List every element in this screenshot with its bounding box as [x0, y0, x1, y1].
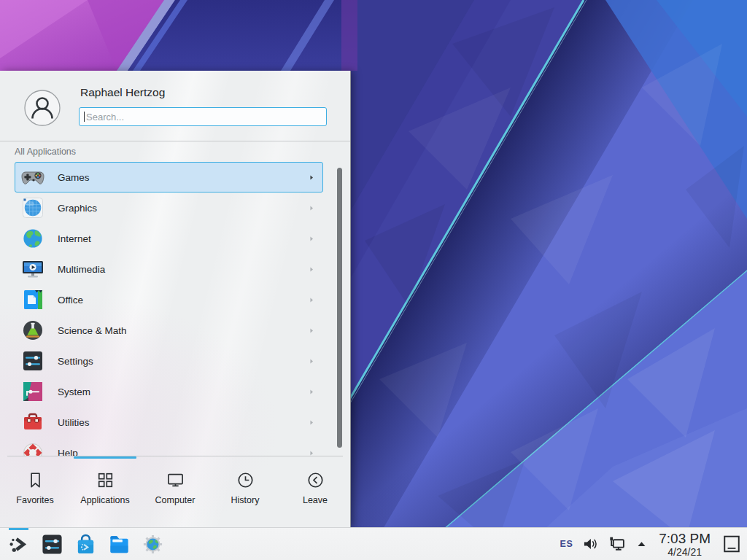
arrow-right-icon — [308, 449, 315, 456]
konqueror-icon — [142, 533, 164, 556]
volume-icon — [582, 536, 598, 552]
kickoff-icon — [7, 533, 30, 556]
category-label: Help — [58, 448, 78, 456]
category-list: GamesGraphicsInternetMultimediaOfficeSci… — [0, 162, 350, 456]
expand-tray-icon — [635, 538, 648, 551]
arrow-right-icon — [308, 419, 315, 427]
clock-date: 4/24/21 — [659, 547, 711, 557]
system-settings-button[interactable] — [39, 528, 66, 560]
tab-applications[interactable]: Applications — [70, 466, 140, 505]
konqueror-button[interactable] — [139, 528, 166, 560]
help-icon — [21, 441, 44, 456]
search-input[interactable] — [79, 107, 327, 126]
category-system[interactable]: System — [15, 376, 323, 407]
section-label: All Applications — [15, 147, 76, 157]
arrow-right-icon — [308, 204, 315, 212]
network-tray-item[interactable] — [608, 535, 626, 553]
category-label: Multimedia — [58, 264, 105, 275]
dolphin-button[interactable] — [106, 528, 133, 560]
arrow-right-icon — [308, 296, 315, 304]
tab-label: Leave — [303, 495, 328, 505]
graphics-icon — [21, 196, 44, 219]
scrollbar[interactable] — [337, 168, 342, 448]
tab-label: Computer — [155, 495, 196, 505]
category-label: Settings — [58, 356, 93, 367]
user-avatar[interactable] — [24, 90, 61, 126]
favorites-icon — [26, 470, 45, 490]
arrow-right-icon — [308, 235, 315, 243]
internet-icon — [21, 227, 44, 250]
expand-tray-tray-item[interactable] — [635, 538, 648, 551]
system-icon — [21, 380, 44, 403]
arrow-right-icon — [308, 265, 315, 273]
applications-icon — [96, 470, 115, 490]
category-label: Games — [58, 172, 90, 183]
tab-computer[interactable]: Computer — [140, 466, 210, 505]
category-utilities[interactable]: Utilities — [15, 407, 323, 438]
category-multimedia[interactable]: Multimedia — [15, 254, 323, 284]
systemsettings-icon — [41, 533, 63, 556]
tab-label: History — [231, 495, 260, 505]
search-field — [79, 107, 327, 126]
clock-time: 7:03 PM — [659, 532, 711, 545]
category-label: Internet — [58, 233, 91, 244]
category-help[interactable]: Help — [15, 438, 323, 456]
category-office[interactable]: Office — [15, 284, 323, 315]
category-label: Office — [58, 295, 83, 306]
category-internet[interactable]: Internet — [15, 223, 323, 254]
network-icon — [608, 535, 626, 553]
application-launcher: Raphael Hertzog All Applications GamesGr… — [0, 71, 351, 527]
arrow-right-icon — [308, 327, 315, 335]
system-tray: ES 7:03 PM 4/24/21 — [560, 532, 747, 557]
history-icon — [236, 470, 255, 490]
kickoff-launcher-button[interactable] — [5, 528, 32, 560]
arrow-right-icon — [308, 388, 315, 396]
category-label: Utilities — [58, 417, 90, 428]
arrow-right-icon — [308, 174, 315, 182]
tray-icons — [582, 535, 648, 553]
settings-icon — [21, 349, 44, 373]
category-settings[interactable]: Settings — [15, 346, 323, 376]
tab-label: Favorites — [16, 495, 53, 505]
multimedia-icon — [21, 257, 44, 281]
tab-leave[interactable]: Leave — [280, 466, 350, 505]
keyboard-layout-indicator[interactable]: ES — [560, 539, 573, 549]
taskbar-apps — [0, 528, 166, 560]
category-science-math[interactable]: Science & Math — [15, 315, 323, 346]
volume-tray-item[interactable] — [582, 536, 598, 552]
launcher-tab-bar: FavoritesApplicationsComputerHistoryLeav… — [0, 456, 350, 527]
dolphin-icon — [108, 533, 131, 556]
computer-icon — [166, 470, 185, 490]
show-desktop-button[interactable] — [721, 533, 742, 555]
show-desktop-icon — [722, 534, 741, 553]
utilities-icon — [21, 411, 44, 434]
tabbar-separator — [7, 456, 343, 456]
discover-button[interactable] — [72, 528, 99, 560]
arrow-right-icon — [308, 357, 315, 365]
tab-history[interactable]: History — [210, 466, 280, 505]
active-tab-indicator — [74, 456, 136, 459]
tab-favorites[interactable]: Favorites — [0, 466, 70, 505]
leave-icon — [306, 470, 325, 490]
launcher-header: Raphael Hertzog — [0, 71, 350, 141]
text-caret — [84, 112, 85, 122]
desktop: Raphael Hertzog All Applications GamesGr… — [0, 0, 747, 560]
user-name: Raphael Hertzog — [80, 86, 165, 99]
games-icon — [21, 166, 44, 189]
category-graphics[interactable]: Graphics — [15, 192, 323, 223]
office-icon — [21, 288, 44, 311]
discover-icon — [74, 533, 97, 556]
taskbar: ES 7:03 PM 4/24/21 — [0, 527, 747, 560]
category-label: Science & Math — [58, 325, 127, 336]
category-games[interactable]: Games — [15, 162, 323, 192]
science-icon — [21, 319, 44, 342]
category-label: Graphics — [58, 203, 97, 214]
tab-label: Applications — [80, 495, 129, 505]
header-separator — [0, 141, 350, 141]
digital-clock[interactable]: 7:03 PM 4/24/21 — [659, 532, 711, 557]
tabs: FavoritesApplicationsComputerHistoryLeav… — [0, 466, 350, 505]
category-label: System — [58, 386, 90, 397]
